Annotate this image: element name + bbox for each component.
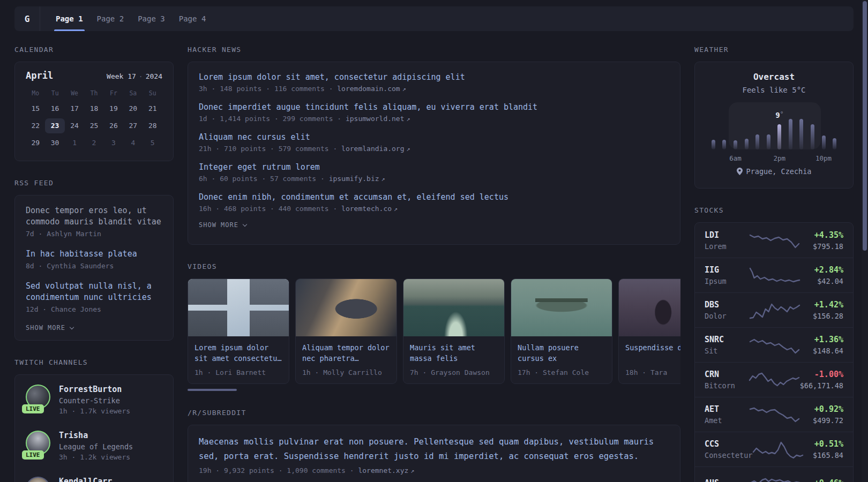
- stock-change-percent: +1.36%: [800, 335, 843, 344]
- page-tab[interactable]: Page 3: [131, 6, 172, 31]
- stock-price: $795.18: [800, 242, 843, 251]
- hn-item-title[interactable]: Donec enim nibh, condimentum et accumsan…: [199, 191, 669, 203]
- calendar-day: 19: [104, 101, 123, 116]
- stock-info: AET Amet: [705, 404, 749, 425]
- video-carousel: Lorem ipsum dolor sit amet consectetu… 1…: [188, 278, 680, 391]
- stock-row[interactable]: CRN Bitcorn -1.00% $66,171.48: [695, 362, 853, 397]
- video-card[interactable]: Suspendisse diam 18h · Tara: [618, 278, 680, 384]
- page-tabs: Page 1 Page 2 Page 3 Page 4: [40, 6, 213, 31]
- weather-hour-slot: [807, 124, 818, 149]
- stock-sparkline: [749, 231, 800, 250]
- calendar-day: 21: [143, 101, 162, 116]
- weather-bars: 6am: [708, 102, 840, 149]
- page-tab[interactable]: Page 4: [172, 6, 213, 31]
- hn-item-title[interactable]: Integer eget rutrum lorem: [199, 161, 669, 173]
- weather-bar: [745, 139, 749, 149]
- stock-change-percent: +4.35%: [800, 230, 843, 240]
- hn-item-stats: 3h · 148 points · 116 comments ·: [199, 85, 337, 93]
- dot-separator: ·: [139, 72, 143, 80]
- rss-item-title[interactable]: Sed volutpat nulla nisl, a condimentum n…: [26, 281, 162, 303]
- subreddit-post-title[interactable]: Maecenas mollis pulvinar erat non posuer…: [199, 435, 669, 464]
- video-card[interactable]: Nullam posuere cursus ex 17h · Stefan Co…: [511, 278, 612, 384]
- page-tab[interactable]: Page 2: [90, 6, 131, 31]
- hn-item-domain[interactable]: ipsumify.biz: [329, 175, 379, 183]
- hn-item-domain[interactable]: ipsumworld.net: [346, 115, 405, 123]
- stock-values: +0.46%: [800, 478, 843, 482]
- stock-price: $156.28: [800, 312, 843, 320]
- stock-change-percent: +1.42%: [800, 300, 843, 310]
- weather-bar: [833, 138, 836, 149]
- weather-hour-slot: [763, 134, 774, 149]
- stock-symbol: SNRC: [705, 335, 749, 344]
- hn-item-domain[interactable]: loremdomain.com: [337, 85, 400, 93]
- live-badge: LIVE: [22, 404, 44, 413]
- channel-category[interactable]: Counter-Strike: [59, 396, 130, 405]
- hn-item-title[interactable]: Donec imperdiet augue tincidunt felis al…: [199, 101, 669, 113]
- stock-values: +0.51% $165.84: [804, 439, 843, 460]
- stock-symbol: CRN: [705, 370, 749, 379]
- show-more-button[interactable]: SHOW MORE: [26, 324, 162, 332]
- stock-row[interactable]: LDI Lorem +4.35% $795.18: [695, 223, 853, 258]
- video-card-body: Suspendisse diam 18h · Tara: [619, 336, 680, 383]
- video-thumbnail: [511, 279, 612, 336]
- show-more-button[interactable]: SHOW MORE: [199, 221, 669, 229]
- hn-item-title[interactable]: Lorem ipsum dolor sit amet, consectetur …: [199, 71, 669, 83]
- stock-row[interactable]: DBS Dolor +1.42% $156.28: [695, 292, 853, 327]
- hn-item-domain[interactable]: loremtech.co: [341, 205, 392, 213]
- calendar-weekday: Sa: [123, 89, 143, 97]
- calendar-weekday: We: [65, 89, 84, 97]
- channel-name[interactable]: Trisha: [59, 431, 133, 440]
- calendar-week: Week 17: [107, 72, 136, 80]
- app-logo[interactable]: G: [14, 6, 40, 31]
- subreddit-post-stats: 19h · 9,932 points · 1,090 comments ·: [199, 466, 358, 475]
- stock-row[interactable]: SNRC Sit +1.36% $148.64: [695, 327, 853, 362]
- video-title[interactable]: Suspendisse diam: [625, 342, 680, 364]
- calendar-day: 16: [45, 101, 64, 116]
- weather-section: WEATHER Overcast Feels like 5°C: [694, 46, 854, 189]
- subreddit-post-domain[interactable]: loremnet.xyz: [358, 466, 408, 475]
- weather-condition: Overcast: [708, 72, 840, 82]
- stock-row[interactable]: CCS Consectetur +0.51% $165.84: [695, 432, 853, 466]
- stock-row[interactable]: AET Amet +0.92% $499.72: [695, 397, 853, 432]
- video-title[interactable]: Aliquam tempor dolor nec pharetra…: [302, 342, 390, 364]
- stock-info: DBS Dolor: [705, 300, 749, 320]
- channel-name[interactable]: ForrestBurton: [59, 385, 130, 394]
- video-title[interactable]: Nullam posuere cursus ex: [518, 342, 605, 364]
- page-scrollbar: [862, 0, 868, 482]
- stock-symbol: AHS: [705, 478, 749, 482]
- twitch-channel[interactable]: KendallCarr: [26, 477, 162, 482]
- hackernews-heading: HACKER NEWS: [188, 46, 680, 54]
- video-meta: 1h · Molly Carrillo: [302, 368, 390, 376]
- video-scrollbar-thumb[interactable]: [188, 389, 237, 391]
- twitch-channel[interactable]: LIVE ForrestBurton Counter-Strike 1h · 1…: [26, 385, 162, 415]
- video-card[interactable]: Aliquam tempor dolor nec pharetra… 1h · …: [295, 278, 397, 384]
- video-title[interactable]: Mauris sit amet massa felis: [410, 342, 498, 364]
- video-card[interactable]: Lorem ipsum dolor sit amet consectetu… 1…: [188, 278, 289, 384]
- video-card-body: Lorem ipsum dolor sit amet consectetu… 1…: [188, 336, 289, 383]
- page-tab[interactable]: Page 1: [49, 6, 90, 31]
- video-card-body: Aliquam tempor dolor nec pharetra… 1h · …: [296, 336, 396, 383]
- video-card[interactable]: Mauris sit amet massa felis 7h · Grayson…: [403, 278, 505, 384]
- rss-item-title[interactable]: Donec tempor eros leo, ut commodo mauris…: [26, 205, 162, 228]
- rss-panel: Donec tempor eros leo, ut commodo mauris…: [14, 195, 174, 341]
- stock-name: Sit: [705, 347, 749, 355]
- stock-sparkline: [749, 266, 800, 285]
- video-thumbnail: [403, 279, 504, 336]
- twitch-channel[interactable]: LIVE Trisha League of Legends 3h · 1.2k …: [26, 431, 162, 461]
- channel-category[interactable]: League of Legends: [59, 442, 133, 451]
- rss-heading: RSS FEED: [14, 179, 174, 187]
- video-title[interactable]: Lorem ipsum dolor sit amet consectetu…: [194, 342, 282, 364]
- weather-hour-slot: [829, 138, 840, 149]
- hn-item-title[interactable]: Aliquam nec cursus elit: [199, 131, 669, 143]
- hn-item-domain[interactable]: loremlandia.org: [341, 145, 404, 153]
- page-scrollbar-thumb[interactable]: [863, 1, 867, 251]
- stock-row[interactable]: IIG Ipsum +2.84% $42.04: [695, 258, 853, 292]
- video-meta: 7h · Grayson Dawson: [410, 368, 498, 376]
- subreddit-post-meta: 19h · 9,932 points · 1,090 comments · lo…: [199, 466, 669, 475]
- weather-hour-label: 10pm: [815, 154, 832, 162]
- channel-name[interactable]: KendallCarr: [59, 477, 112, 482]
- hn-item-meta: 3h · 148 points · 116 comments · loremdo…: [199, 85, 669, 93]
- calendar-day: 28: [143, 118, 162, 133]
- rss-item-title[interactable]: In hac habitasse platea: [26, 248, 162, 260]
- stock-row[interactable]: AHS +0.46%: [695, 466, 853, 482]
